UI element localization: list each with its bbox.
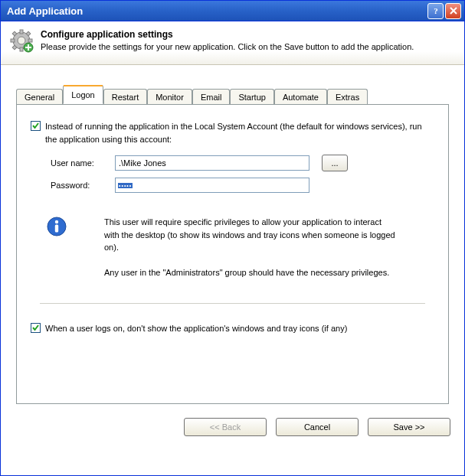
svg-point-10: [18, 37, 25, 44]
hide-windows-checkbox[interactable]: [31, 323, 41, 333]
close-icon: [449, 6, 458, 15]
checkmark-icon: [31, 324, 40, 332]
svg-rect-3: [20, 47, 23, 51]
password-label: Password:: [51, 181, 115, 190]
tab-restart[interactable]: Restart: [103, 89, 147, 105]
svg-point-13: [55, 220, 58, 223]
close-button[interactable]: [445, 3, 461, 19]
cancel-button[interactable]: Cancel: [276, 418, 359, 436]
wizard-header: Configure application settings Please pr…: [1, 21, 464, 65]
password-input[interactable]: •••••: [115, 178, 309, 193]
username-input[interactable]: [115, 155, 309, 171]
tab-automate[interactable]: Automate: [274, 89, 327, 105]
svg-rect-2: [20, 30, 23, 34]
tab-row: General Logon Restart Monitor Email Star…: [16, 85, 449, 104]
username-label: User name:: [51, 158, 115, 168]
hide-windows-label: When a user logs on, don't show the appl…: [45, 322, 347, 335]
browse-user-button[interactable]: ...: [322, 155, 348, 171]
run-as-user-checkbox[interactable]: [31, 121, 41, 131]
back-button[interactable]: << Back: [184, 418, 267, 436]
svg-rect-4: [11, 39, 15, 42]
run-as-user-label: Instead of running the application in th…: [45, 120, 434, 145]
help-button[interactable]: ?: [427, 3, 444, 19]
info-icon: [46, 216, 67, 237]
tab-monitor[interactable]: Monitor: [147, 89, 192, 105]
svg-text:?: ?: [434, 6, 438, 15]
info-paragraph-1: This user will require specific privileg…: [104, 216, 395, 254]
tab-email[interactable]: Email: [192, 89, 231, 105]
window-title: Add Application: [7, 5, 426, 17]
info-text: This user will require specific privileg…: [104, 216, 395, 291]
checkmark-icon: [31, 122, 40, 130]
tabs-container: General Logon Restart Monitor Email Star…: [1, 65, 464, 404]
tab-general[interactable]: General: [16, 89, 63, 105]
page-title: Configure application settings: [41, 29, 414, 40]
tab-logon[interactable]: Logon: [63, 85, 103, 104]
tab-panel-logon: Instead of running the application in th…: [16, 104, 449, 404]
window-body: Configure application settings Please pr…: [0, 21, 465, 476]
save-button[interactable]: Save >>: [368, 418, 450, 436]
svg-rect-14: [55, 225, 58, 233]
tab-startup[interactable]: Startup: [230, 89, 273, 105]
titlebar: Add Application ?: [0, 0, 465, 21]
wizard-button-row: << Back Cancel Save >>: [1, 415, 464, 436]
tab-extras[interactable]: Extras: [327, 89, 368, 105]
svg-rect-5: [28, 39, 32, 42]
page-subtitle: Please provide the settings for your new…: [41, 42, 414, 51]
divider: [40, 303, 425, 304]
password-mask: •••••: [118, 183, 133, 188]
info-paragraph-2: Any user in the "Administrators" group s…: [104, 266, 395, 279]
gear-icon: [10, 29, 34, 54]
question-mark-icon: ?: [431, 6, 440, 15]
